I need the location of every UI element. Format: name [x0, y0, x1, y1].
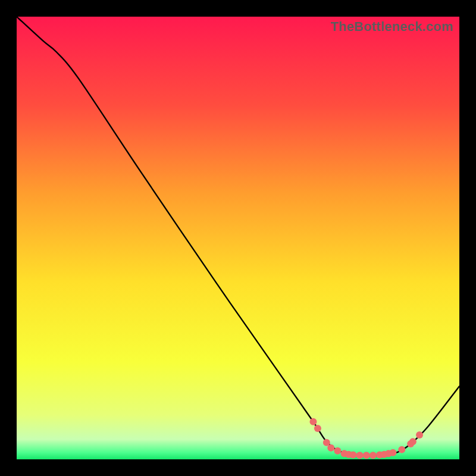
- data-marker: [309, 418, 317, 425]
- data-marker: [349, 452, 356, 459]
- data-marker: [369, 452, 377, 459]
- data-marker: [398, 446, 405, 453]
- chart-frame: TheBottleneck.com: [17, 17, 459, 459]
- chart-background: [17, 17, 459, 459]
- data-marker: [334, 447, 341, 455]
- data-marker: [327, 444, 334, 452]
- data-marker: [409, 438, 416, 445]
- data-marker: [363, 452, 370, 459]
- data-marker: [356, 452, 364, 459]
- data-marker: [314, 425, 321, 432]
- data-marker: [416, 431, 423, 439]
- chart-canvas: [17, 17, 459, 459]
- watermark-text: TheBottleneck.com: [331, 19, 453, 35]
- data-marker: [389, 449, 396, 456]
